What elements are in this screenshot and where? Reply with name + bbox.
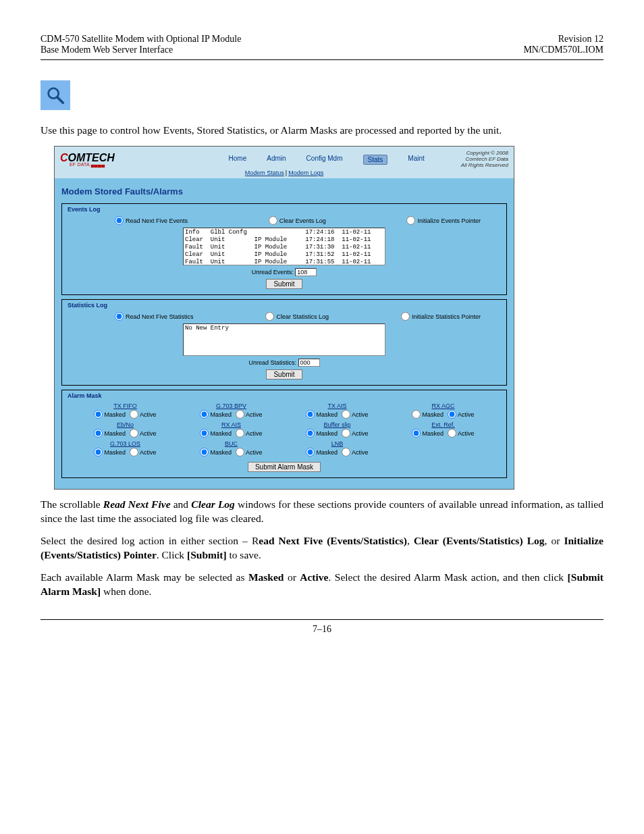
alarm-mask-radio-active[interactable]: Active: [236, 410, 263, 419]
stats-scrollbox[interactable]: No New Entry: [183, 323, 385, 356]
alarm-mask-radio-active[interactable]: Active: [342, 429, 369, 438]
section-2-p1: Each available Alarm Mask may be selecte…: [41, 571, 603, 599]
stats-title: Statistics Log: [68, 302, 501, 309]
alarm-mask-radio-masked[interactable]: Masked: [306, 410, 338, 419]
unread-events-label: Unread Events:: [252, 269, 294, 276]
header-right-1: Revision 12: [523, 34, 603, 45]
alarm-mask-radio-masked[interactable]: Masked: [200, 410, 232, 419]
alarm-mask-grid: TX FIFOMaskedActiveG.703 BPVMaskedActive…: [68, 400, 501, 458]
alarm-mask-radio-masked[interactable]: Masked: [200, 429, 232, 438]
alarm-mask-label[interactable]: Eb/No: [74, 421, 176, 428]
nav-maint[interactable]: Maint: [408, 155, 424, 165]
alarm-mask-item: G.703 BPVMaskedActive: [180, 402, 282, 419]
logo-c: C: [60, 152, 68, 163]
alarm-mask-label[interactable]: TX FIFO: [74, 402, 176, 409]
events-submit-button[interactable]: Submit: [266, 279, 302, 289]
page-title: Modem Stored Faults/Alarms: [61, 186, 507, 197]
alarm-mask-radio-masked[interactable]: Masked: [306, 448, 338, 457]
alarm-mask-submit-button[interactable]: Submit Alarm Mask: [248, 462, 321, 472]
alarm-mask-radio-active[interactable]: Active: [130, 429, 157, 438]
stats-submit-button[interactable]: Submit: [266, 369, 302, 380]
stats-radio-clear[interactable]: Clear Statistics Log: [265, 312, 329, 321]
subnav-logs[interactable]: Modem Logs: [288, 170, 323, 176]
alarm-mask-item: TX FIFOMaskedActive: [74, 402, 176, 419]
copyright-3: All Rights Reserved: [461, 163, 508, 169]
header-left-2: Base Modem Web Server Interface: [41, 45, 241, 55]
alarm-mask-label[interactable]: G.703 LOS: [74, 440, 176, 447]
footer-rule: [41, 619, 603, 620]
header-right-2: MN/CDM570L.IOM: [523, 45, 603, 55]
stats-panel: Statistics Log Read Next Five Statistics…: [61, 299, 507, 386]
subnav-status[interactable]: Modem Status: [245, 170, 284, 176]
alarm-mask-item: LNBMaskedActive: [286, 440, 388, 457]
alarm-mask-title: Alarm Mask: [68, 392, 501, 399]
alarm-mask-label[interactable]: RX AIS: [180, 421, 282, 428]
events-radio-read[interactable]: Read Next Five Events: [115, 216, 188, 225]
alarm-mask-radio-active[interactable]: Active: [236, 429, 263, 438]
alarm-mask-label[interactable]: BUC: [180, 440, 282, 447]
nav-admin[interactable]: Admin: [267, 155, 286, 165]
events-scrollbox[interactable]: Info Glbl Confg 17:24:16 11-02-11 Clear …: [183, 228, 385, 265]
alarm-mask-radio-active[interactable]: Active: [130, 410, 157, 419]
alarm-mask-item: TX AISMaskedActive: [286, 402, 388, 419]
alarm-mask-label[interactable]: Buffer slip: [286, 421, 388, 428]
stats-radio-init[interactable]: Initialize Statistics Pointer: [401, 312, 481, 321]
top-nav: Home Admin Config Mdm Stats Maint: [229, 155, 425, 165]
alarm-mask-label[interactable]: LNB: [286, 440, 388, 447]
alarm-mask-radio-active[interactable]: Active: [130, 448, 157, 457]
section-1-p1: The scrollable Read Next Five and Clear …: [41, 498, 603, 526]
alarm-mask-radio-masked[interactable]: Masked: [200, 448, 232, 457]
events-radio-clear[interactable]: Clear Events Log: [269, 216, 326, 225]
section-1-p2: Select the desired log action in either …: [41, 534, 603, 563]
page-number: 7–16: [41, 624, 603, 635]
alarm-mask-label[interactable]: Ext. Ref.: [392, 421, 494, 428]
alarm-mask-label[interactable]: RX AGC: [392, 402, 494, 409]
events-title: Events Log: [68, 206, 501, 213]
alarm-mask-item: Buffer slipMaskedActive: [286, 421, 388, 438]
intro-text: Use this page to control how Events, Sto…: [41, 124, 603, 138]
stats-radio-read[interactable]: Read Next Five Statistics: [115, 312, 194, 321]
alarm-mask-radio-masked[interactable]: Masked: [94, 448, 126, 457]
sub-nav: Modem Status|Modem Logs: [55, 170, 514, 178]
svg-line-1: [57, 97, 63, 103]
alarm-mask-radio-masked[interactable]: Masked: [412, 410, 444, 419]
alarm-mask-radio-active[interactable]: Active: [236, 448, 263, 457]
alarm-mask-radio-active[interactable]: Active: [342, 448, 369, 457]
events-panel: Events Log Read Next Five Events Clear E…: [61, 203, 507, 295]
header-rule: [41, 59, 603, 60]
alarm-mask-panel: Alarm Mask TX FIFOMaskedActiveG.703 BPVM…: [61, 390, 507, 478]
alarm-mask-item: BUCMaskedActive: [180, 440, 282, 457]
alarm-mask-radio-active[interactable]: Active: [448, 429, 475, 438]
unread-stats-field[interactable]: [298, 359, 320, 367]
alarm-mask-radio-active[interactable]: Active: [342, 410, 369, 419]
magnifier-icon: [41, 80, 70, 110]
modem-web-screenshot: COMTECH EF DATA ▄▄▄▄ Home Admin Config M…: [54, 146, 514, 490]
nav-stats[interactable]: Stats: [363, 155, 388, 165]
alarm-mask-item: RX AGCMaskedActive: [392, 402, 494, 419]
alarm-mask-radio-masked[interactable]: Masked: [94, 429, 126, 438]
nav-config[interactable]: Config Mdm: [306, 155, 343, 165]
header-left-1: CDM-570 Satellite Modem with Optional IP…: [41, 34, 241, 45]
alarm-mask-label[interactable]: G.703 BPV: [180, 402, 282, 409]
alarm-mask-label[interactable]: TX AIS: [286, 402, 388, 409]
alarm-mask-radio-masked[interactable]: Masked: [306, 429, 338, 438]
alarm-mask-item: RX AISMaskedActive: [180, 421, 282, 438]
unread-events-field[interactable]: [295, 268, 317, 276]
alarm-mask-item: Eb/NoMaskedActive: [74, 421, 176, 438]
unread-stats-label: Unread Statistics:: [248, 359, 296, 366]
alarm-mask-item: G.703 LOSMaskedActive: [74, 440, 176, 457]
alarm-mask-radio-masked[interactable]: Masked: [94, 410, 126, 419]
alarm-mask-radio-active[interactable]: Active: [448, 410, 475, 419]
events-radio-init[interactable]: Initialize Events Pointer: [406, 216, 481, 225]
nav-home[interactable]: Home: [229, 155, 247, 165]
alarm-mask-item: Ext. Ref.MaskedActive: [392, 421, 494, 438]
alarm-mask-radio-masked[interactable]: Masked: [412, 429, 444, 438]
